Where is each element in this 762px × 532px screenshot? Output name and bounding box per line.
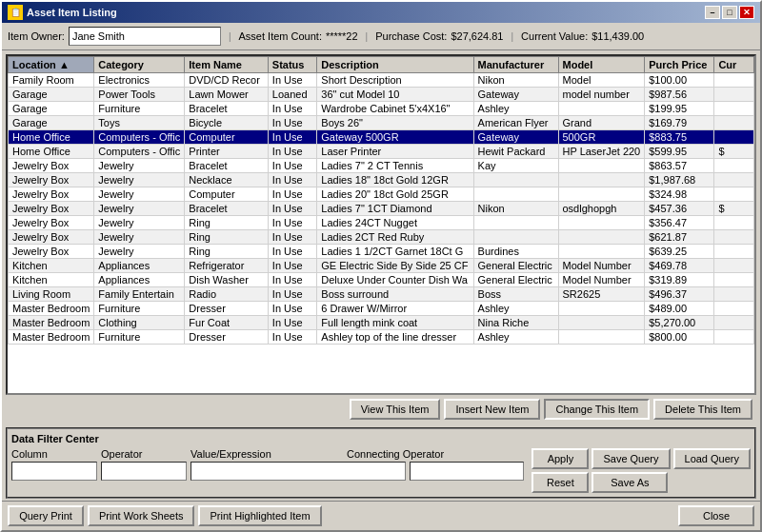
table-row[interactable]: GarageFurnitureBraceletIn UseWardrobe Ca… <box>9 102 754 116</box>
table-row[interactable]: Jewelry BoxJewelryRingIn UseLadies 1 1/2… <box>9 245 754 259</box>
filter-inputs-area: Column Operator Value/Expression Connect… <box>11 448 524 481</box>
table-cell: Appliances <box>94 259 185 273</box>
table-cell: Boss <box>473 287 558 302</box>
filter-column-input[interactable] <box>11 462 97 481</box>
table-cell: $883.75 <box>645 130 714 145</box>
table-cell: Dresser <box>185 302 269 316</box>
table-cell: Kay <box>473 159 558 173</box>
table-cell: Ladies 7" 2 CT Tennis <box>317 159 473 173</box>
table-cell: Electronics <box>94 73 185 88</box>
close-button[interactable]: ✕ <box>739 6 754 19</box>
filter-value-input[interactable] <box>190 462 406 481</box>
reset-button[interactable]: Reset <box>531 472 589 493</box>
action-buttons: View This Item Insert New Item Change Th… <box>6 395 756 422</box>
col-header-cur[interactable]: Cur <box>714 57 754 73</box>
maximize-button[interactable]: □ <box>722 6 737 19</box>
table-cell <box>558 173 645 187</box>
table-cell <box>714 187 754 202</box>
col-header-price[interactable]: Purch Price <box>645 57 714 73</box>
table-row[interactable]: Master BedroomFurnitureDresserIn UseAshl… <box>9 330 754 345</box>
col-header-model[interactable]: Model <box>558 57 645 73</box>
table-cell: Jewelry <box>94 159 185 173</box>
table-cell: Jewelry <box>94 187 185 202</box>
table-cell <box>558 330 645 345</box>
table-row[interactable]: Jewelry BoxJewelryRingIn UseLadies 24CT … <box>9 216 754 230</box>
table-cell: Ring <box>185 230 269 245</box>
table-cell: $496.37 <box>645 287 714 302</box>
table-cell: In Use <box>268 173 316 187</box>
insert-item-button[interactable]: Insert New Item <box>444 399 540 420</box>
count-label: Asset Item Count: <box>239 30 322 42</box>
separator2: | <box>366 31 369 42</box>
col-header-itemname[interactable]: Item Name <box>185 57 269 73</box>
table-cell: Appliances <box>94 273 185 287</box>
col-header-category[interactable]: Category <box>94 57 185 73</box>
table-row[interactable]: Master BedroomFurnitureDresserIn Use6 Dr… <box>9 302 754 316</box>
table-cell: Grand <box>558 116 645 130</box>
table-row[interactable]: Jewelry BoxJewelryComputerIn UseLadies 2… <box>9 187 754 202</box>
table-cell: Dresser <box>185 330 269 345</box>
table-row[interactable]: Family RoomElectronicsDVD/CD RecorIn Use… <box>9 73 754 88</box>
view-item-button[interactable]: View This Item <box>350 399 441 420</box>
table-cell <box>714 316 754 330</box>
table-cell: $319.89 <box>645 273 714 287</box>
save-query-button[interactable]: Save Query <box>592 448 670 469</box>
filter-connect-input[interactable] <box>410 462 524 481</box>
window-title: Asset Item Listing <box>27 7 117 18</box>
table-row[interactable]: Living RoomFamily EntertainRadioIn UseBo… <box>9 287 754 302</box>
table-row[interactable]: Home OfficeComputers - OfficPrinterIn Us… <box>9 145 754 159</box>
col-header-location[interactable]: Location ▲ <box>9 57 94 73</box>
table-cell: Nina Riche <box>473 316 558 330</box>
load-query-button[interactable]: Load Query <box>673 448 751 469</box>
save-as-button[interactable]: Save As <box>592 472 668 493</box>
table-cell: Bracelet <box>185 102 269 116</box>
col-header-status[interactable]: Status <box>268 57 316 73</box>
table-cell: Ladies 20" 18ct Gold 25GR <box>317 187 473 202</box>
minimize-button[interactable]: – <box>705 6 720 19</box>
query-print-button[interactable]: Query Print <box>8 505 84 526</box>
close-button-bottom[interactable]: Close <box>678 505 754 526</box>
col-header-manufacturer[interactable]: Manufacturer <box>473 57 558 73</box>
delete-item-button[interactable]: Delete This Item <box>653 399 752 420</box>
table-cell: Loaned <box>268 88 316 102</box>
table-cell <box>714 116 754 130</box>
table-row[interactable]: Jewelry BoxJewelryBraceletIn UseLadies 7… <box>9 202 754 216</box>
table-container[interactable]: Location ▲ Category Item Name Status Des… <box>6 54 756 395</box>
table-cell: In Use <box>268 130 316 145</box>
filter-operator-input[interactable] <box>101 462 187 481</box>
print-worksheets-button[interactable]: Print Work Sheets <box>88 505 194 526</box>
table-row[interactable]: Jewelry BoxJewelryBraceletIn UseLadies 7… <box>9 159 754 173</box>
table-cell: Family Entertain <box>94 287 185 302</box>
table-cell: 36" cut Model 10 <box>317 88 473 102</box>
table-cell <box>558 302 645 316</box>
table-cell: In Use <box>268 287 316 302</box>
table-cell <box>714 73 754 88</box>
table-cell <box>558 216 645 230</box>
change-item-button[interactable]: Change This Item <box>544 399 650 420</box>
table-row[interactable]: Master BedroomClothingFur CoatIn UseFull… <box>9 316 754 330</box>
table-cell: Jewelry Box <box>9 230 94 245</box>
owner-input[interactable] <box>69 27 221 46</box>
table-cell: Gateway <box>473 88 558 102</box>
table-row[interactable]: KitchenAppliancesDish WasherIn UseDeluxe… <box>9 273 754 287</box>
table-row[interactable]: Jewelry BoxJewelryRingIn UseLadies 2CT R… <box>9 230 754 245</box>
table-row[interactable]: Jewelry BoxJewelryNecklaceIn UseLadies 1… <box>9 173 754 187</box>
print-highlighted-button[interactable]: Print Highlighted Item <box>198 505 321 526</box>
table-cell: Clothing <box>94 316 185 330</box>
owner-label: Item Owner: <box>8 30 65 42</box>
filter-labels-row: Column Operator Value/Expression Connect… <box>11 448 524 460</box>
table-cell: Printer <box>185 145 269 159</box>
apply-button[interactable]: Apply <box>531 448 589 469</box>
col-header-desc[interactable]: Description <box>317 57 473 73</box>
table-cell: Ladies 1 1/2CT Garnet 18Ct G <box>317 245 473 259</box>
table-cell: $ <box>714 145 754 159</box>
table-cell: Lawn Mower <box>185 88 269 102</box>
table-row[interactable]: KitchenAppliancesRefrigeratorIn UseGE El… <box>9 259 754 273</box>
table-cell: In Use <box>268 330 316 345</box>
table-cell: Model <box>558 73 645 88</box>
table-row[interactable]: GarageToysBicycleIn UseBoys 26"American … <box>9 116 754 130</box>
table-row[interactable]: GaragePower ToolsLawn MowerLoaned36" cut… <box>9 88 754 102</box>
table-row[interactable]: Home OfficeComputers - OfficComputerIn U… <box>9 130 754 145</box>
bottom-buttons: Query Print Print Work Sheets Print High… <box>2 501 760 530</box>
table-cell: Necklace <box>185 173 269 187</box>
